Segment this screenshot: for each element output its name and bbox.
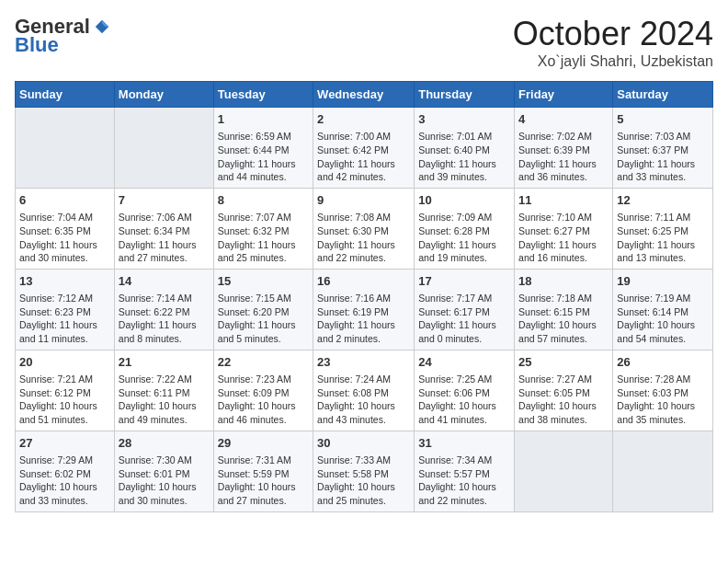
day-info: Sunrise: 7:33 AM: [317, 454, 410, 467]
day-info: Sunrise: 7:28 AM: [617, 373, 709, 386]
day-info: Sunset: 6:11 PM: [119, 386, 210, 400]
col-saturday: Saturday: [613, 82, 713, 108]
day-info: Sunrise: 7:30 AM: [119, 454, 210, 467]
day-info: Sunset: 6:44 PM: [218, 144, 309, 157]
day-info: Daylight: 11 hours and 11 minutes.: [19, 318, 110, 345]
day-info: Sunset: 6:40 PM: [418, 144, 510, 157]
day-number: 3: [418, 111, 510, 128]
day-number: 24: [418, 354, 510, 371]
day-number: 19: [617, 273, 709, 290]
day-info: Daylight: 11 hours and 2 minutes.: [317, 318, 410, 345]
day-info: Daylight: 11 hours and 8 minutes.: [119, 318, 210, 345]
day-number: 8: [218, 192, 309, 209]
day-info: Sunrise: 7:16 AM: [317, 292, 410, 305]
calendar-cell: [16, 108, 115, 189]
calendar-cell: 7Sunrise: 7:06 AMSunset: 6:34 PMDaylight…: [114, 188, 213, 269]
day-info: Sunrise: 7:25 AM: [418, 373, 510, 386]
day-number: 9: [317, 192, 410, 209]
day-number: 2: [317, 111, 410, 128]
day-info: Sunrise: 7:09 AM: [418, 211, 510, 224]
month-title: October 2024: [513, 15, 713, 53]
day-number: 30: [317, 435, 410, 452]
day-info: Sunrise: 7:04 AM: [19, 211, 110, 224]
day-info: Sunset: 6:28 PM: [418, 224, 510, 238]
calendar-cell: 17Sunrise: 7:17 AMSunset: 6:17 PMDayligh…: [415, 269, 515, 350]
day-number: 29: [218, 435, 309, 452]
calendar-week-1: 1Sunrise: 6:59 AMSunset: 6:44 PMDaylight…: [16, 108, 713, 189]
day-info: Sunset: 6:12 PM: [19, 386, 110, 400]
calendar-cell: 24Sunrise: 7:25 AMSunset: 6:06 PMDayligh…: [415, 350, 515, 431]
calendar-cell: 28Sunrise: 7:30 AMSunset: 6:01 PMDayligh…: [114, 431, 213, 511]
day-info: Sunrise: 7:10 AM: [518, 211, 609, 224]
day-info: Sunrise: 7:17 AM: [418, 292, 510, 305]
day-number: 14: [119, 273, 210, 290]
day-info: Sunrise: 7:07 AM: [218, 211, 309, 224]
page-header: General Blue October 2024 Xo`jayli Shahr…: [15, 15, 713, 70]
day-info: Daylight: 11 hours and 19 minutes.: [418, 238, 510, 265]
day-info: Sunset: 6:02 PM: [19, 467, 110, 481]
day-info: Sunset: 6:14 PM: [617, 305, 709, 319]
day-info: Sunrise: 7:23 AM: [218, 373, 309, 386]
day-number: 27: [19, 435, 110, 452]
day-info: Daylight: 10 hours and 33 minutes.: [19, 480, 110, 507]
day-number: 17: [418, 273, 510, 290]
calendar-cell: 5Sunrise: 7:03 AMSunset: 6:37 PMDaylight…: [613, 108, 713, 189]
header-row: Sunday Monday Tuesday Wednesday Thursday…: [16, 82, 713, 108]
day-info: Daylight: 10 hours and 41 minutes.: [418, 399, 510, 426]
calendar-week-2: 6Sunrise: 7:04 AMSunset: 6:35 PMDaylight…: [16, 188, 713, 269]
day-info: Daylight: 11 hours and 0 minutes.: [418, 318, 510, 345]
day-info: Sunrise: 6:59 AM: [218, 130, 309, 144]
calendar-cell: [114, 108, 213, 189]
day-info: Sunset: 6:23 PM: [19, 305, 110, 319]
day-info: Sunset: 6:32 PM: [218, 224, 309, 238]
day-number: 31: [418, 435, 510, 452]
day-info: Daylight: 11 hours and 25 minutes.: [218, 238, 309, 265]
day-info: Daylight: 10 hours and 30 minutes.: [119, 480, 210, 507]
day-number: 11: [518, 192, 609, 209]
day-info: Sunrise: 7:22 AM: [119, 373, 210, 386]
col-monday: Monday: [114, 82, 213, 108]
day-info: Sunset: 6:03 PM: [617, 386, 709, 400]
col-tuesday: Tuesday: [213, 82, 313, 108]
day-info: Daylight: 11 hours and 16 minutes.: [518, 238, 609, 265]
day-info: Daylight: 10 hours and 49 minutes.: [119, 399, 210, 426]
day-number: 21: [119, 354, 210, 371]
day-number: 18: [518, 273, 609, 290]
day-info: Daylight: 11 hours and 33 minutes.: [617, 157, 709, 184]
day-info: Daylight: 11 hours and 5 minutes.: [218, 318, 309, 345]
calendar-cell: 30Sunrise: 7:33 AMSunset: 5:58 PMDayligh…: [313, 431, 415, 511]
day-info: Daylight: 11 hours and 22 minutes.: [317, 238, 410, 265]
day-info: Daylight: 11 hours and 27 minutes.: [119, 238, 210, 265]
day-number: 15: [218, 273, 309, 290]
day-number: 1: [218, 111, 309, 128]
day-info: Sunset: 6:05 PM: [518, 386, 609, 400]
calendar-cell: 2Sunrise: 7:00 AMSunset: 6:42 PMDaylight…: [313, 108, 415, 189]
day-info: Sunset: 5:59 PM: [218, 467, 309, 481]
day-info: Sunrise: 7:27 AM: [518, 373, 609, 386]
day-info: Daylight: 11 hours and 13 minutes.: [617, 238, 709, 265]
day-info: Sunset: 6:35 PM: [19, 224, 110, 238]
calendar-cell: 23Sunrise: 7:24 AMSunset: 6:08 PMDayligh…: [313, 350, 415, 431]
calendar-cell: 3Sunrise: 7:01 AMSunset: 6:40 PMDaylight…: [415, 108, 515, 189]
col-wednesday: Wednesday: [313, 82, 415, 108]
day-info: Daylight: 10 hours and 27 minutes.: [218, 480, 309, 507]
col-sunday: Sunday: [16, 82, 115, 108]
calendar-cell: 25Sunrise: 7:27 AMSunset: 6:05 PMDayligh…: [515, 350, 613, 431]
day-info: Sunrise: 7:06 AM: [119, 211, 210, 224]
day-info: Sunrise: 7:11 AM: [617, 211, 709, 224]
day-info: Sunset: 6:09 PM: [218, 386, 309, 400]
day-info: Daylight: 10 hours and 51 minutes.: [19, 399, 110, 426]
day-info: Daylight: 10 hours and 46 minutes.: [218, 399, 309, 426]
day-info: Daylight: 11 hours and 42 minutes.: [317, 157, 410, 184]
day-info: Daylight: 10 hours and 35 minutes.: [617, 399, 709, 426]
day-number: 28: [119, 435, 210, 452]
calendar-cell: 27Sunrise: 7:29 AMSunset: 6:02 PMDayligh…: [16, 431, 115, 511]
day-info: Sunset: 6:39 PM: [518, 144, 609, 157]
day-info: Sunset: 6:22 PM: [119, 305, 210, 319]
day-number: 7: [119, 192, 210, 209]
calendar-cell: 4Sunrise: 7:02 AMSunset: 6:39 PMDaylight…: [515, 108, 613, 189]
calendar-cell: 19Sunrise: 7:19 AMSunset: 6:14 PMDayligh…: [613, 269, 713, 350]
location-subtitle: Xo`jayli Shahri, Uzbekistan: [513, 53, 713, 70]
day-info: Sunset: 6:27 PM: [518, 224, 609, 238]
day-info: Sunset: 6:08 PM: [317, 386, 410, 400]
